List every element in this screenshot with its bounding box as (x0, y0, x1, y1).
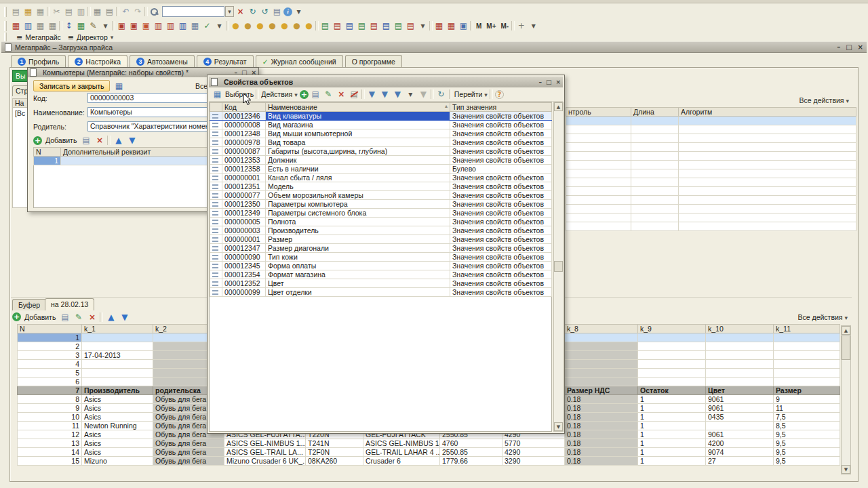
table-row[interactable]: 000000077 Объем морозильной камеры Значе… (210, 191, 552, 200)
scrollbar-thumb[interactable] (842, 336, 850, 360)
document-red-icon[interactable]: ▥ (153, 20, 164, 31)
money-icon[interactable]: ● (303, 20, 315, 31)
all-actions-link[interactable]: Все действия ▾ (798, 313, 853, 321)
clear-filter-icon[interactable]: ▼ (418, 89, 429, 100)
open-list-icon[interactable]: ▤ (271, 6, 283, 17)
column-header[interactable]: k_8 (565, 325, 638, 333)
copy-icon[interactable]: ▤ (59, 312, 71, 323)
calc-m-button[interactable]: M (474, 20, 484, 31)
filter-menu-icon[interactable]: ▼ (392, 89, 403, 100)
money-icon[interactable]: ● (230, 20, 241, 31)
table-row[interactable] (566, 196, 856, 205)
dropdown-arrow-icon[interactable]: ▾ (405, 89, 416, 100)
dialog-titlebar[interactable]: Свойства объектов – □ × (209, 77, 563, 87)
scroll-up-icon[interactable]: ▲ (554, 102, 563, 111)
column-header[interactable]: N (18, 325, 82, 333)
table-row[interactable]: 000000001 Размер Значения свойств объект… (210, 235, 552, 244)
restore-button[interactable]: □ (546, 79, 552, 85)
document-arrow-icon[interactable]: ▤ (393, 20, 404, 31)
document-arrow-icon[interactable]: ▤ (405, 20, 416, 31)
copy-icon[interactable]: ▤ (63, 6, 75, 17)
table-row[interactable]: 000012352 Цвет Значения свойств объектов (210, 279, 552, 288)
column-header[interactable]: Алгоритм (679, 108, 856, 117)
column-header[interactable]: k_1 (82, 325, 153, 333)
document-red-icon[interactable]: ▥ (165, 20, 176, 31)
scrollbar-thumb[interactable] (554, 261, 563, 272)
minimize-button[interactable]: – (538, 79, 542, 85)
tab[interactable]: 1Профиль (11, 55, 66, 68)
dropdown-arrow-icon[interactable]: ▾ (214, 20, 225, 31)
close-button[interactable]: × (555, 79, 561, 85)
move-up-icon[interactable]: ▲ (113, 135, 124, 146)
search-input[interactable] (162, 6, 224, 17)
document-arrow-icon[interactable]: ▤ (368, 20, 380, 31)
document-arrow-icon[interactable]: ▤ (332, 20, 343, 31)
tab[interactable]: ✓Журнал сообщений (256, 55, 343, 68)
calc-m-plus-button[interactable]: M+ (484, 20, 498, 31)
clear-search-icon[interactable]: × (235, 6, 246, 17)
cut-icon[interactable]: ✂ (51, 6, 62, 17)
close-button[interactable]: × (858, 43, 863, 51)
mark-deletion-icon[interactable]: ▤ (349, 89, 360, 100)
actions-menu[interactable]: Действия ▾ (261, 90, 297, 98)
move-up-icon[interactable]: ▲ (105, 312, 117, 323)
table-row[interactable] (566, 178, 856, 187)
restore-button[interactable]: □ (846, 43, 852, 51)
save-icon[interactable]: ▦ (113, 81, 125, 92)
mdi-window-titlebar[interactable]: Мегапрайс – Загрузка прайса – □ × (1, 41, 867, 53)
add-icon[interactable]: + (300, 90, 309, 99)
table-row[interactable]: 000000099 Цвет отделки Значения свойств … (210, 288, 552, 297)
dropdown-arrow-icon[interactable]: ▾ (417, 20, 429, 31)
column-header[interactable]: Тип значения (450, 103, 552, 112)
table-row[interactable]: 000012348 Вид мыши компьютерной Значения… (210, 129, 552, 138)
table-row[interactable] (566, 143, 856, 152)
column-header[interactable]: k_10 (706, 325, 774, 333)
table-row[interactable]: 000000090 Тип кожи Значения свойств объе… (210, 253, 552, 262)
delete-icon[interactable]: × (336, 89, 347, 100)
tab[interactable]: 4Результат (197, 55, 254, 68)
add-icon[interactable]: + (12, 312, 21, 321)
search-dropdown-arrow-icon[interactable]: ▾ (225, 6, 234, 17)
table-row[interactable] (566, 222, 856, 231)
find-previous-icon[interactable]: ↺ (259, 6, 271, 17)
set-filter-icon[interactable]: ▼ (366, 89, 378, 100)
edit-icon[interactable]: ✎ (73, 312, 84, 323)
printer-icon[interactable]: ▦ (47, 20, 58, 31)
user-calc-icon[interactable]: ▣ (458, 20, 469, 31)
money-icon[interactable]: ● (267, 20, 278, 31)
tab-buffer[interactable]: Буфер (12, 299, 46, 310)
print-document-icon[interactable]: ▦ (35, 20, 46, 31)
table-row[interactable]: 000012346 Вид клавиатуры Значения свойст… (210, 112, 552, 121)
money-icon[interactable]: ● (242, 20, 254, 31)
table-row[interactable]: 000012354 Формат магазина Значения свойс… (210, 270, 552, 279)
table-row[interactable]: 13AsicsОбувь для бега ASICS GEL-NIMBUS 1… (18, 439, 840, 448)
new-document-icon[interactable]: ▤ (10, 6, 22, 17)
print-preview-icon[interactable]: ▤ (104, 6, 115, 17)
table-row[interactable]: 000012347 Размер диагонали Значения свой… (210, 244, 552, 253)
tab[interactable]: 2Настройка (68, 55, 127, 68)
report-table-icon[interactable]: ▦ (446, 20, 457, 31)
move-down-icon[interactable]: ▼ (119, 312, 130, 323)
document-blue-icon[interactable]: ▥ (177, 20, 189, 31)
catalog-user-icon[interactable]: ▣ (116, 20, 127, 31)
document-check-icon[interactable]: ✓ (201, 20, 213, 31)
table-row[interactable] (566, 125, 856, 134)
table-row[interactable]: 000000978 Вид товара Значения свойств об… (210, 138, 552, 147)
font-size-icon[interactable]: ↕ (63, 20, 75, 31)
go-menu[interactable]: Перейти ▾ (454, 90, 488, 98)
paste-icon[interactable]: ▥ (75, 6, 87, 17)
table-settings-icon[interactable]: ▦ (75, 20, 87, 31)
document-arrow-icon[interactable]: ▤ (380, 20, 392, 31)
table-row[interactable]: 000000087 Габариты (высота,ширина, глуби… (210, 147, 552, 156)
print-icon[interactable]: ▦ (92, 6, 103, 17)
delete-icon[interactable]: × (86, 312, 98, 323)
menu-director[interactable]: ≡Директор▾ (68, 33, 114, 42)
document-arrow-icon[interactable]: ▤ (344, 20, 355, 31)
money-icon[interactable]: ● (254, 20, 266, 31)
table-row[interactable]: 000012358 Есть в наличии Булево (210, 165, 552, 174)
table-row[interactable] (566, 152, 856, 161)
table-row[interactable] (566, 187, 856, 196)
edit-icon[interactable]: ✎ (323, 89, 334, 100)
copy-icon[interactable]: ▤ (310, 89, 321, 100)
scroll-up-icon[interactable]: ▲ (842, 326, 850, 335)
